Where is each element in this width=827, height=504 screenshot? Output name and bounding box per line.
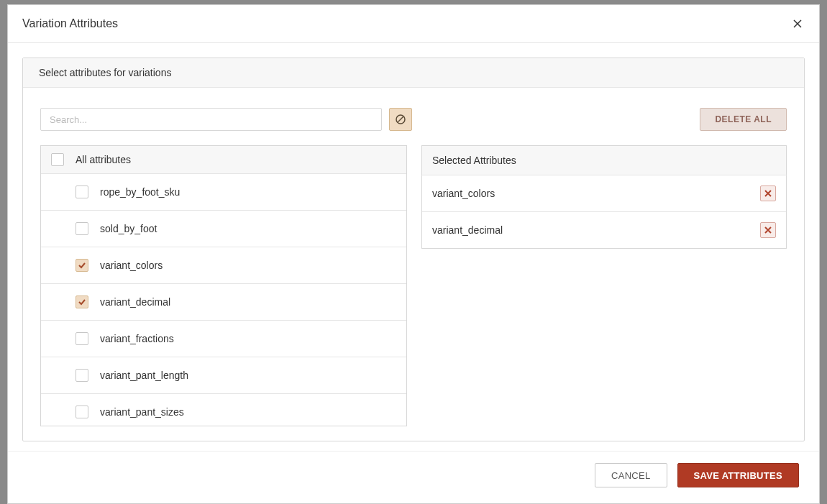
- save-attributes-button[interactable]: SAVE ATTRIBUTES: [677, 463, 799, 487]
- attribute-row[interactable]: variant_colors: [41, 247, 406, 284]
- all-attributes-column: All attributes rope_by_foot_skusold_by_f…: [40, 145, 407, 426]
- toolbar: DELETE ALL: [40, 108, 787, 131]
- attribute-checkbox[interactable]: [76, 369, 88, 382]
- attribute-label: variant_colors: [100, 260, 163, 271]
- toolbar-left: [40, 108, 412, 131]
- attribute-label: variant_pant_sizes: [100, 406, 184, 418]
- columns: All attributes rope_by_foot_skusold_by_f…: [40, 145, 787, 426]
- attribute-checkbox[interactable]: [76, 295, 88, 308]
- selected-row: variant_colors: [422, 175, 786, 212]
- attribute-checkbox[interactable]: [76, 185, 88, 198]
- x-icon: [764, 190, 772, 197]
- attribute-row[interactable]: variant_pant_sizes: [41, 394, 406, 426]
- selected-attributes-header: Selected Attributes: [421, 145, 787, 175]
- variation-attributes-modal: Variation Attributes Select attributes f…: [7, 4, 820, 504]
- close-icon: [792, 18, 803, 29]
- search-input[interactable]: [40, 108, 382, 131]
- attribute-checkbox[interactable]: [76, 259, 88, 272]
- all-attributes-list[interactable]: rope_by_foot_skusold_by_footvariant_colo…: [41, 174, 406, 426]
- close-button[interactable]: [790, 17, 805, 31]
- panel-content: DELETE ALL All attributes rope_by_foot_s…: [23, 88, 804, 441]
- selected-label: variant_decimal: [432, 224, 503, 236]
- remove-selected-button[interactable]: [760, 185, 776, 201]
- attribute-checkbox[interactable]: [76, 222, 88, 235]
- cancel-circle-icon: [395, 114, 406, 125]
- delete-all-button[interactable]: DELETE ALL: [700, 108, 787, 131]
- cancel-button[interactable]: CANCEL: [595, 463, 667, 487]
- attribute-row[interactable]: sold_by_foot: [41, 211, 406, 247]
- attribute-label: variant_decimal: [100, 296, 170, 308]
- remove-selected-button[interactable]: [760, 222, 776, 238]
- selected-label: variant_colors: [432, 188, 495, 199]
- all-attributes-label: All attributes: [76, 154, 131, 165]
- modal-header: Variation Attributes: [8, 5, 819, 43]
- selected-row: variant_decimal: [422, 212, 786, 248]
- attribute-checkbox[interactable]: [76, 406, 88, 418]
- attribute-row[interactable]: variant_decimal: [41, 284, 406, 321]
- attribute-label: rope_by_foot_sku: [100, 186, 180, 198]
- selected-attributes-list: variant_colorsvariant_decimal: [421, 175, 787, 249]
- panel-subheader: Select attributes for variations: [23, 58, 804, 88]
- attribute-row[interactable]: rope_by_foot_sku: [41, 174, 406, 211]
- attribute-row[interactable]: variant_pant_length: [41, 357, 406, 394]
- attribute-label: sold_by_foot: [100, 223, 157, 234]
- modal-body: Select attributes for variations DELETE …: [8, 43, 819, 451]
- clear-search-button[interactable]: [389, 108, 412, 131]
- selected-attributes-column: Selected Attributes variant_colorsvarian…: [421, 145, 787, 426]
- attribute-label: variant_fractions: [100, 333, 174, 344]
- select-all-checkbox[interactable]: [51, 153, 64, 166]
- modal-footer: CANCEL SAVE ATTRIBUTES: [8, 451, 819, 503]
- all-attributes-header: All attributes: [41, 146, 406, 174]
- x-icon: [764, 226, 772, 234]
- attribute-row[interactable]: variant_fractions: [41, 321, 406, 357]
- attribute-checkbox[interactable]: [76, 332, 88, 345]
- attributes-panel: Select attributes for variations DELETE …: [22, 58, 805, 441]
- attribute-label: variant_pant_length: [100, 370, 188, 381]
- selected-attributes-label: Selected Attributes: [432, 155, 516, 166]
- modal-title: Variation Attributes: [22, 17, 118, 30]
